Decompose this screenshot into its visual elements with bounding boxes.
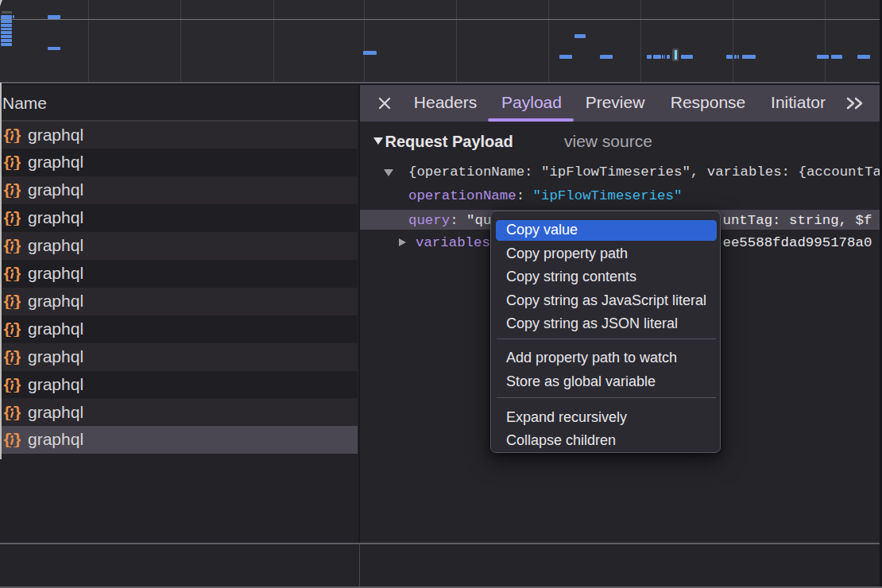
svg-text:{: { — [3, 127, 13, 143]
svg-text:{: { — [3, 182, 13, 198]
svg-text:{: { — [3, 377, 13, 393]
svg-text:{: { — [3, 321, 13, 337]
svg-text:{: { — [3, 154, 13, 170]
svg-text:{: { — [3, 404, 13, 420]
svg-text:{: { — [3, 238, 13, 253]
svg-text:{: { — [3, 431, 13, 447]
svg-text:{: { — [3, 349, 13, 365]
svg-text:{: { — [3, 293, 13, 309]
svg-text:{: { — [3, 265, 13, 281]
svg-text:{: { — [3, 210, 13, 226]
